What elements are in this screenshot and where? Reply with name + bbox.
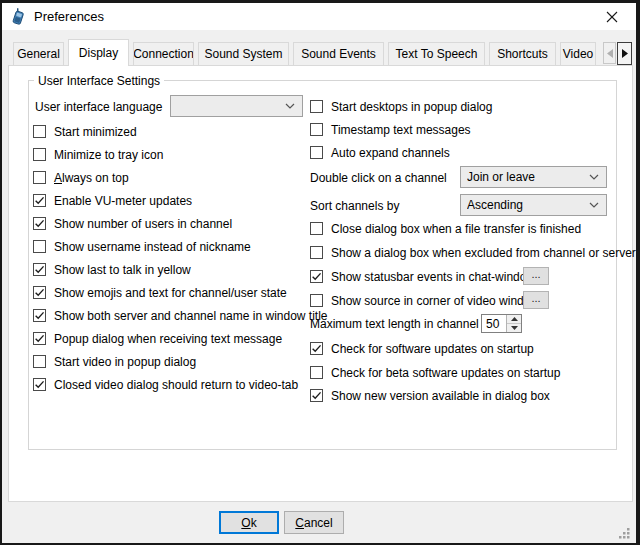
spin-down-button[interactable] [507, 324, 521, 332]
checkbox-label: Timestamp text messages [331, 123, 471, 137]
tab-label: Video [563, 47, 593, 61]
option-row: Show a dialog box when excluded from cha… [310, 241, 636, 264]
button-label: Cancel [295, 516, 332, 530]
screen-background: { "window": { "title": "Preferences" }, … [0, 0, 640, 545]
chevron-down-icon [589, 202, 599, 208]
checkbox-start-desktops-in-popup-dialog[interactable] [310, 100, 323, 113]
close-icon [606, 11, 618, 23]
checkbox-label: Minimize to tray icon [54, 148, 163, 162]
title-bar: Preferences [2, 3, 636, 30]
checkbox-label: Check for beta software updates on start… [331, 366, 560, 380]
tab-label: Connection [133, 47, 194, 61]
checkbox-show-both-server-and-channel-name-in-windo[interactable] [33, 309, 46, 322]
checkbox-label: Close dialog box when a file transfer is… [331, 222, 581, 236]
dropdown-user-interface-language[interactable] [170, 95, 303, 117]
checkmark-icon [34, 195, 45, 206]
checkbox-enable-vu-meter-updates[interactable] [33, 194, 46, 207]
checkbox-show-number-of-users-in-channel[interactable] [33, 217, 46, 230]
browse-button-show-source-in-corner-of-video-window[interactable]: ... [523, 291, 549, 309]
spinbox-maximum-text-length-in-channel-list[interactable]: 50 [481, 314, 522, 333]
option-row: Show new version available in dialog box [310, 384, 550, 407]
checkbox-show-statusbar-events-in-chat-window[interactable] [310, 270, 323, 283]
resize-grip[interactable] [619, 528, 630, 539]
checkbox-minimize-to-tray-icon[interactable] [33, 148, 46, 161]
browse-button-show-statusbar-events-in-chat-window[interactable]: ... [523, 267, 549, 285]
checkbox-label: Start desktops in popup dialog [331, 100, 492, 114]
close-button[interactable] [592, 3, 632, 30]
button-label: Ok [241, 516, 256, 530]
group-title: User Interface Settings [34, 74, 164, 88]
checkbox-show-emojis-and-text-for-channel-user-stat[interactable] [33, 286, 46, 299]
tab-sound-system[interactable]: Sound System [198, 42, 289, 65]
tab-sound-events[interactable]: Sound Events [293, 42, 384, 65]
option-row: Always on top [33, 166, 129, 189]
checkbox-start-video-in-popup-dialog[interactable] [33, 355, 46, 368]
checkbox-label: Show a dialog box when excluded from cha… [331, 246, 636, 260]
label-sort-channels-by: Sort channels by [310, 199, 399, 213]
checkbox-show-source-in-corner-of-video-window[interactable] [310, 294, 323, 307]
tab-connection[interactable]: Connection [133, 42, 194, 65]
dropdown-double-click-on-a-channel[interactable]: Join or leave [460, 166, 607, 188]
checkbox-auto-expand-channels[interactable] [310, 146, 323, 159]
checkbox-label: Show last to talk in yellow [54, 263, 191, 277]
checkmark-icon [311, 271, 322, 282]
checkbox-label: Show emojis and text for channel/user st… [54, 286, 287, 300]
chevron-down-icon [285, 103, 295, 109]
dropdown-value: Join or leave [467, 170, 589, 184]
option-row: Minimize to tray icon [33, 143, 163, 166]
checkmark-icon [34, 379, 45, 390]
app-icon [10, 8, 27, 25]
tab-label: Text To Speech [396, 47, 478, 61]
tab-shortcuts[interactable]: Shortcuts [489, 42, 556, 65]
label-user-interface-language: User interface language [35, 100, 162, 114]
tab-label: General [17, 47, 60, 61]
checkbox-label: Show number of users in channel [54, 217, 232, 231]
checkbox-show-username-instead-of-nickname[interactable] [33, 240, 46, 253]
combo-row-label: Double click on a channel [310, 166, 447, 189]
tab-scroll-right-button[interactable] [617, 42, 632, 65]
dropdown-sort-channels-by[interactable]: Ascending [460, 194, 607, 216]
preferences-dialog: Preferences GeneralDisplayConnectionSoun… [2, 3, 636, 543]
tab-scroll-right-icon [622, 49, 628, 58]
option-row: Enable VU-meter updates [33, 189, 192, 212]
tab-text-to-speech[interactable]: Text To Speech [388, 42, 485, 65]
checkbox-start-minimized[interactable] [33, 125, 46, 138]
option-row: Start video in popup dialog [33, 350, 196, 373]
tab-video[interactable]: Video [560, 42, 596, 65]
option-row: Show username instead of nickname [33, 235, 251, 258]
option-row: Show emojis and text for channel/user st… [33, 281, 287, 304]
option-row: Show number of users in channel [33, 212, 232, 235]
ok-button[interactable]: Ok [219, 511, 279, 534]
option-row: Popup dialog when receiving text message [33, 327, 282, 350]
checkbox-closed-video-dialog-should-return-to-video[interactable] [33, 378, 46, 391]
checkbox-check-for-software-updates-on-startup[interactable] [310, 342, 323, 355]
option-row: Check for software updates on startup [310, 337, 534, 360]
checkbox-label: Start minimized [54, 125, 137, 139]
label-double-click-on-a-channel: Double click on a channel [310, 171, 447, 185]
tab-label: Display [79, 46, 118, 60]
tab-general[interactable]: General [13, 42, 64, 65]
option-row: Close dialog box when a file transfer is… [310, 217, 581, 240]
checkbox-show-a-dialog-box-when-excluded-from-chann[interactable] [310, 246, 323, 259]
checkbox-label: Show statusbar events in chat-window [331, 270, 535, 284]
checkbox-show-last-to-talk-in-yellow[interactable] [33, 263, 46, 276]
checkbox-popup-dialog-when-receiving-text-message[interactable] [33, 332, 46, 345]
checkbox-label: Auto expand channels [331, 146, 450, 160]
checkbox-close-dialog-box-when-a-file-transfer-is-f[interactable] [310, 222, 323, 235]
window-title: Preferences [34, 9, 104, 24]
cancel-button[interactable]: Cancel [284, 511, 344, 534]
checkbox-label: Show source in corner of video window [331, 294, 539, 308]
tab-display[interactable]: Display [68, 39, 129, 66]
checkbox-timestamp-text-messages[interactable] [310, 123, 323, 136]
tab-label: Shortcuts [497, 47, 548, 61]
checkbox-check-for-beta-software-updates-on-startup[interactable] [310, 366, 323, 379]
spinbox-value[interactable]: 50 [482, 315, 506, 332]
checkbox-label: Show both server and channel name in win… [54, 309, 328, 323]
checkbox-always-on-top[interactable] [33, 171, 46, 184]
tab-scroll-left-button[interactable] [603, 42, 616, 64]
tab-scroll-left-icon [607, 49, 613, 58]
tab-label: Sound Events [301, 47, 376, 61]
spin-up-button[interactable] [507, 315, 521, 324]
option-row: Show last to talk in yellow [33, 258, 191, 281]
checkbox-show-new-version-available-in-dialog-box[interactable] [310, 389, 323, 402]
